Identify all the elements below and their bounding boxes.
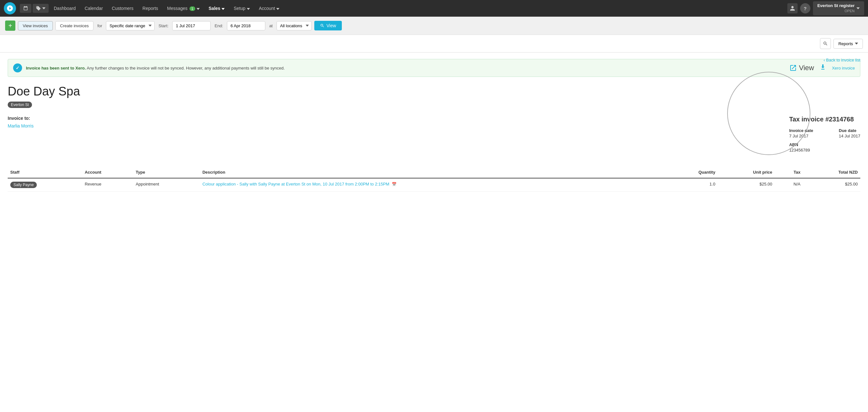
nav-messages[interactable]: Messages 1 bbox=[163, 4, 204, 13]
xero-banner-strong: Invoice has been sent to Xero. bbox=[26, 66, 86, 70]
back-to-invoice-list-link[interactable]: ‹ Back to invoice list bbox=[824, 58, 860, 62]
secondary-toolbar: Reports bbox=[0, 35, 868, 53]
calendar-icon: 📅 bbox=[392, 182, 397, 186]
logo bbox=[4, 2, 16, 14]
user-profile-btn[interactable] bbox=[787, 3, 798, 13]
due-date-label: Due date bbox=[839, 128, 860, 133]
abn-block: ABN 123456789 bbox=[789, 142, 860, 152]
cell-account: Revenue bbox=[82, 178, 133, 192]
due-date-block: Due date 14 Jul 2017 bbox=[839, 128, 860, 139]
abn-label: ABN bbox=[789, 142, 860, 147]
xero-banner-body: Any further changes to the invoice will … bbox=[87, 66, 285, 70]
calendar-icon-btn[interactable] bbox=[20, 4, 31, 13]
invoice-to-section: Invoice to: Marlia Morris bbox=[8, 116, 34, 156]
xero-invoice-link[interactable]: Xero invoice bbox=[832, 66, 855, 70]
col-header-account: Account bbox=[82, 167, 133, 178]
start-label: Start: bbox=[158, 23, 168, 28]
invoice-date-value: 7 Jul 2017 bbox=[789, 134, 813, 139]
xero-download-icon[interactable] bbox=[819, 63, 827, 73]
due-date-value: 14 Jul 2017 bbox=[839, 134, 860, 139]
xero-view-btn[interactable]: View bbox=[789, 64, 814, 72]
col-header-quantity: Quantity bbox=[666, 167, 718, 178]
at-label: at bbox=[269, 23, 273, 28]
nav-customers[interactable]: Customers bbox=[108, 4, 137, 13]
nav-calendar[interactable]: Calendar bbox=[81, 4, 107, 13]
location-badge: Everton St bbox=[8, 101, 32, 108]
business-name: Doe Day Spa bbox=[8, 85, 860, 98]
start-date-input[interactable] bbox=[172, 21, 211, 30]
cell-staff: Sally Payne bbox=[8, 178, 82, 192]
add-invoice-btn[interactable]: + bbox=[5, 21, 16, 31]
top-navigation: Dashboard Calendar Customers Reports Mes… bbox=[0, 0, 868, 17]
col-header-unit-price: Unit price bbox=[718, 167, 775, 178]
xero-logo-icon: ✓ bbox=[13, 63, 22, 72]
view-btn[interactable]: View bbox=[314, 21, 342, 30]
for-label: for bbox=[97, 23, 102, 28]
messages-badge: 1 bbox=[189, 6, 195, 11]
cell-type: Appointment bbox=[133, 178, 200, 192]
description-link[interactable]: Colour application - Sally with Sally Pa… bbox=[202, 182, 389, 186]
customer-link[interactable]: Marlia Morris bbox=[8, 123, 34, 128]
invoice-header: Doe Day Spa Everton St bbox=[8, 85, 860, 108]
abn-value: 123456789 bbox=[789, 148, 860, 152]
date-range-select[interactable]: Specific date range bbox=[106, 21, 155, 30]
location-select[interactable]: All locations bbox=[277, 21, 312, 30]
invoice-meta-section: Tax invoice #2314768 Invoice date 7 Jul … bbox=[789, 116, 860, 156]
view-invoices-btn[interactable]: View invoices bbox=[18, 21, 53, 30]
invoice-date-label: Invoice date bbox=[789, 128, 813, 133]
register-btn[interactable]: Everton St register OPEN bbox=[813, 1, 864, 15]
cell-description: Colour application - Sally with Sally Pa… bbox=[200, 178, 666, 192]
reports-dropdown-btn[interactable]: Reports bbox=[833, 39, 863, 49]
col-header-description: Description bbox=[200, 167, 666, 178]
xero-banner: ✓ Invoice has been sent to Xero. Any fur… bbox=[8, 59, 860, 77]
nav-dashboard[interactable]: Dashboard bbox=[50, 4, 80, 13]
cell-tax: N/A bbox=[775, 178, 803, 192]
nav-account[interactable]: Account bbox=[255, 4, 283, 13]
cell-unit-price: $25.00 bbox=[718, 178, 775, 192]
invoice-date-block: Invoice date 7 Jul 2017 bbox=[789, 128, 813, 139]
table-row: Sally Payne Revenue Appointment Colour a… bbox=[8, 178, 860, 192]
staff-badge: Sally Payne bbox=[10, 182, 37, 188]
invoice-title: Tax invoice #2314768 bbox=[789, 116, 860, 123]
nav-reports[interactable]: Reports bbox=[138, 4, 162, 13]
end-label: End: bbox=[214, 23, 223, 28]
nav-setup[interactable]: Setup bbox=[230, 4, 253, 13]
invoice-table: Staff Account Type Description Quantity … bbox=[8, 167, 860, 192]
nav-sales[interactable]: Sales bbox=[205, 4, 228, 13]
invoices-toolbar: + View invoices Create invoices for Spec… bbox=[0, 17, 868, 35]
invoice-two-col: Invoice to: Marlia Morris Tax invoice #2… bbox=[8, 116, 860, 156]
main-content: ✓ Invoice has been sent to Xero. Any fur… bbox=[0, 53, 868, 412]
search-btn[interactable] bbox=[820, 38, 831, 49]
col-header-tax: Tax bbox=[775, 167, 803, 178]
invoice-to-label: Invoice to: bbox=[8, 116, 34, 121]
col-header-type: Type bbox=[133, 167, 200, 178]
help-btn[interactable]: ? bbox=[800, 3, 810, 13]
create-invoices-btn[interactable]: Create invoices bbox=[55, 21, 94, 30]
cell-total: $25.00 bbox=[803, 178, 860, 192]
cell-quantity: 1.0 bbox=[666, 178, 718, 192]
tag-icon-btn[interactable] bbox=[33, 4, 49, 13]
col-header-total: Total NZD bbox=[803, 167, 860, 178]
col-header-staff: Staff bbox=[8, 167, 82, 178]
end-date-input[interactable] bbox=[227, 21, 265, 30]
